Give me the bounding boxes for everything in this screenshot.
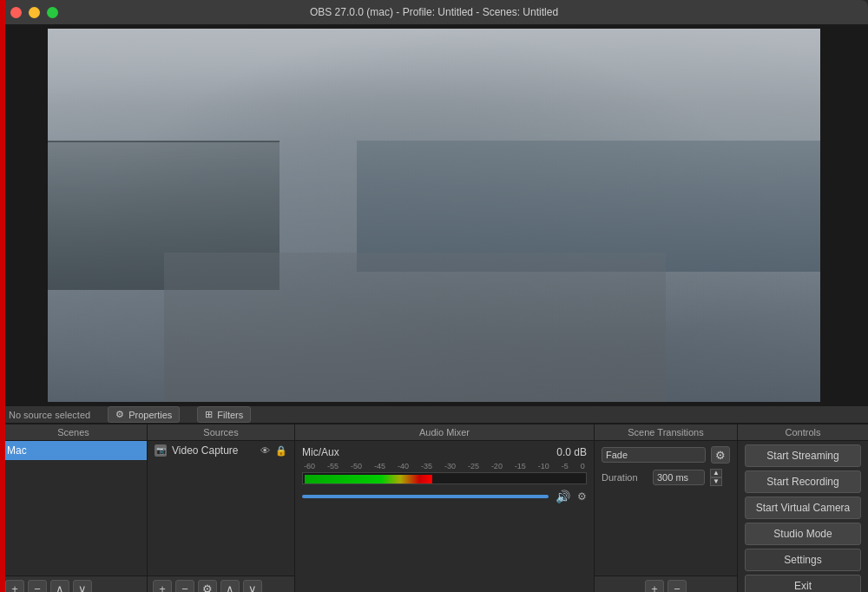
filter-icon: ⊞	[205, 409, 213, 420]
source-visibility-icon: 👁	[260, 445, 270, 456]
window-buttons	[10, 7, 58, 18]
transitions-header: Scene Transitions	[595, 424, 737, 441]
audio-mixer-panel: Audio Mixer Mic/Aux 0.0 dB -60 -55 -50 -…	[295, 424, 595, 592]
source-add-button[interactable]: +	[153, 580, 172, 592]
water-element	[357, 141, 820, 272]
source-up-button[interactable]: ∧	[220, 580, 240, 592]
scenes-list: Mac	[0, 441, 147, 576]
filters-button[interactable]: ⊞ Filters	[197, 406, 251, 423]
minimize-button[interactable]	[29, 7, 40, 18]
duration-stepper: ▲ ▼	[710, 469, 722, 486]
audio-channel-mic: Mic/Aux 0.0 dB -60 -55 -50 -45 -40 -35 -…	[295, 441, 594, 592]
audio-settings-button[interactable]: ⚙	[577, 490, 587, 503]
channel-name: Mic/Aux	[302, 446, 339, 458]
audio-controls: 🔊 ⚙	[302, 490, 587, 503]
left-accent-strip	[0, 0, 5, 592]
preview-area	[0, 24, 868, 406]
audio-mixer-header: Audio Mixer	[295, 424, 594, 441]
scene-up-button[interactable]: ∧	[50, 580, 69, 592]
transition-remove-button[interactable]: −	[667, 580, 687, 592]
controls-panel: Controls Start Streaming Start Recording…	[738, 424, 868, 592]
duration-decrement-button[interactable]: ▼	[710, 477, 722, 486]
transition-settings-button[interactable]: ⚙	[711, 446, 730, 464]
scenes-panel-header: Scenes	[0, 424, 147, 441]
duration-label: Duration	[602, 472, 649, 483]
scene-remove-button[interactable]: −	[28, 580, 47, 592]
audio-channel-header: Mic/Aux 0.0 dB	[302, 446, 587, 458]
source-type-icon: 📷	[155, 444, 167, 457]
panels-row: Scenes Mac + − ∧ ∨ Sources 📷 Video Captu…	[0, 424, 868, 592]
controls-header: Controls	[738, 424, 868, 441]
controls-content: Start Streaming Start Recording Start Vi…	[738, 441, 868, 592]
source-item-video-capture[interactable]: 📷 Video Capture 👁 🔒	[148, 441, 294, 460]
transitions-content: Fade Cut Swipe ⚙ Duration ▲ ▼	[595, 441, 737, 576]
studio-mode-button[interactable]: Studio Mode	[745, 523, 861, 545]
duration-row: Duration ▲ ▼	[602, 469, 730, 486]
bottom-panel: No source selected ⚙ Properties ⊞ Filter…	[0, 406, 868, 592]
source-bar: No source selected ⚙ Properties ⊞ Filter…	[0, 406, 868, 424]
no-source-label: No source selected	[9, 410, 90, 420]
preview-canvas[interactable]	[48, 29, 820, 402]
source-name: Video Capture	[172, 444, 239, 457]
audio-meter	[302, 472, 587, 484]
sources-list: 📷 Video Capture 👁 🔒	[148, 441, 294, 576]
sources-panel-header: Sources	[148, 424, 294, 441]
transition-type-select[interactable]: Fade Cut Swipe	[602, 447, 706, 463]
duration-increment-button[interactable]: ▲	[710, 469, 722, 477]
meter-scale: -60 -55 -50 -45 -40 -35 -30 -25 -20 -15 …	[302, 462, 587, 470]
close-button[interactable]	[10, 7, 22, 18]
source-remove-button[interactable]: −	[175, 580, 194, 592]
source-settings-button[interactable]: ⚙	[198, 580, 217, 592]
source-lock-icon: 🔒	[275, 445, 287, 457]
start-streaming-button[interactable]: Start Streaming	[745, 444, 861, 467]
parking-element	[164, 253, 667, 402]
volume-slider[interactable]	[302, 495, 549, 498]
source-down-button[interactable]: ∨	[243, 580, 262, 592]
start-virtual-camera-button[interactable]: Start Virtual Camera	[745, 497, 861, 519]
scene-transitions-panel: Scene Transitions Fade Cut Swipe ⚙ Durat…	[595, 424, 738, 592]
scene-item-mac[interactable]: Mac	[0, 441, 147, 460]
properties-button[interactable]: ⚙ Properties	[108, 406, 180, 423]
sources-toolbar: + − ⚙ ∧ ∨	[148, 576, 294, 592]
sources-panel: Sources 📷 Video Capture 👁 🔒 + − ⚙ ∧ ∨	[148, 424, 295, 592]
scene-down-button[interactable]: ∨	[73, 580, 92, 592]
maximize-button[interactable]	[47, 7, 58, 18]
scenes-panel: Scenes Mac + − ∧ ∨	[0, 424, 148, 592]
meter-bar-fill	[305, 475, 432, 483]
scenes-toolbar: + − ∧ ∨	[0, 576, 147, 592]
channel-db: 0.0 dB	[556, 446, 587, 458]
transition-type-row: Fade Cut Swipe ⚙	[602, 446, 730, 464]
preview-image	[48, 29, 820, 402]
titlebar: OBS 27.0.0 (mac) - Profile: Untitled - S…	[0, 0, 868, 24]
transition-add-button[interactable]: +	[645, 580, 664, 592]
start-recording-button[interactable]: Start Recording	[745, 470, 861, 493]
settings-button[interactable]: Settings	[745, 549, 861, 571]
transitions-toolbar: + −	[595, 576, 737, 592]
window-title: OBS 27.0.0 (mac) - Profile: Untitled - S…	[310, 6, 558, 18]
exit-button[interactable]: Exit	[745, 575, 861, 592]
gear-icon: ⚙	[115, 409, 124, 420]
mute-button[interactable]: 🔊	[556, 490, 570, 503]
duration-input[interactable]	[653, 470, 705, 485]
scene-add-button[interactable]: +	[5, 580, 24, 592]
